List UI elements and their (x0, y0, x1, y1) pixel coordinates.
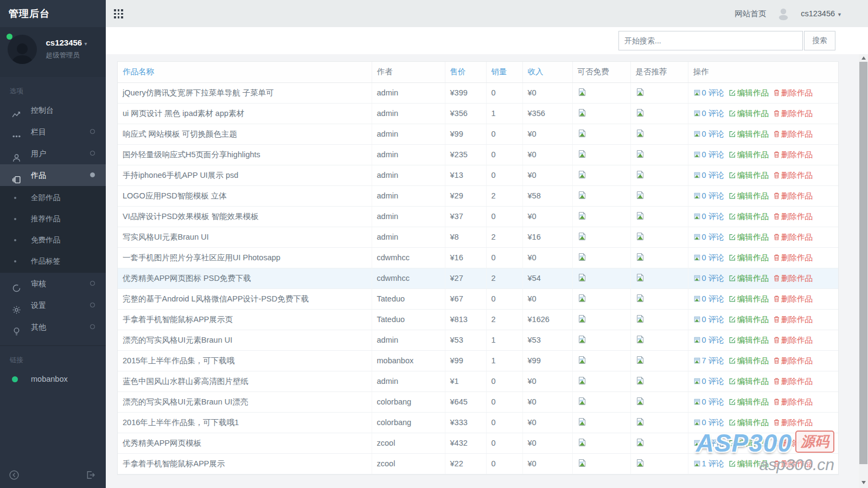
sidebar-link-mobanbox[interactable]: mobanbox (0, 368, 106, 390)
collapse-sidebar-icon[interactable] (9, 470, 20, 480)
search-button[interactable]: 搜索 (804, 31, 835, 50)
broken-image-icon[interactable] (636, 232, 644, 242)
broken-image-icon[interactable] (636, 335, 644, 345)
comments-link[interactable]: 1 评论 (693, 459, 726, 468)
delete-work-link[interactable]: 删除作品 (773, 459, 813, 468)
broken-image-icon[interactable] (636, 88, 644, 98)
edit-work-link[interactable]: 编辑作品 (729, 294, 771, 303)
broken-image-icon[interactable] (578, 376, 586, 387)
comments-link[interactable]: 0 评论 (693, 150, 726, 159)
edit-work-link[interactable]: 编辑作品 (729, 418, 771, 427)
table-row[interactable]: 手拿着手机智能鼠标APP展示 zcool ¥22 0 ¥0 (118, 453, 838, 474)
comments-link[interactable]: 0 评论 (693, 418, 726, 427)
comments-link[interactable]: 0 评论 (693, 253, 726, 262)
table-row[interactable]: 手拿着手机智能鼠标APP展示页 Tateduo ¥813 2 ¥1626 (118, 309, 838, 330)
sidebar-subitem-free-works[interactable]: 免费作品 (0, 229, 106, 251)
broken-image-icon[interactable] (636, 191, 644, 201)
broken-image-icon[interactable] (578, 418, 586, 428)
table-row[interactable]: 漂亮的写实风格UI元素Braun UI漂亮 colorbang ¥645 0 ¥… (118, 391, 838, 412)
comments-link[interactable]: 7 评论 (693, 356, 726, 365)
comments-link[interactable]: 0 评论 (693, 439, 726, 447)
edit-work-link[interactable]: 编辑作品 (729, 439, 771, 447)
broken-image-icon[interactable] (578, 335, 586, 345)
comments-link[interactable]: 0 评论 (693, 397, 726, 406)
comments-link[interactable]: 0 评论 (693, 336, 726, 344)
delete-work-link[interactable]: 删除作品 (773, 88, 813, 97)
table-row[interactable]: 国外轻量级响应式H5页面分享highlights admin ¥235 0 ¥0 (118, 144, 838, 165)
broken-image-icon[interactable] (578, 191, 586, 201)
broken-image-icon[interactable] (636, 376, 644, 387)
broken-image-icon[interactable] (578, 129, 586, 139)
scroll-up-arrow[interactable] (859, 54, 868, 62)
delete-work-link[interactable]: 删除作品 (773, 418, 813, 427)
delete-work-link[interactable]: 删除作品 (773, 356, 813, 365)
delete-work-link[interactable]: 删除作品 (773, 274, 813, 282)
broken-image-icon[interactable] (636, 273, 644, 284)
edit-work-link[interactable]: 编辑作品 (729, 191, 771, 200)
sidebar-item-review[interactable]: 审核 (0, 273, 106, 294)
broken-image-icon[interactable] (636, 211, 644, 222)
table-row[interactable]: 优秀精美APP网页图标 PSD免费下载 cdwmhcc ¥27 2 ¥54 (118, 268, 838, 288)
delete-work-link[interactable]: 删除作品 (773, 315, 813, 324)
broken-image-icon[interactable] (636, 397, 644, 407)
topbar-avatar[interactable] (776, 6, 791, 21)
table-row[interactable]: 手持iphone6手机APP UI展示 psd admin ¥13 0 ¥0 (118, 165, 838, 185)
broken-image-icon[interactable] (636, 418, 644, 428)
delete-work-link[interactable]: 删除作品 (773, 233, 813, 241)
broken-image-icon[interactable] (578, 273, 586, 284)
edit-work-link[interactable]: 编辑作品 (729, 274, 771, 282)
edit-work-link[interactable]: 编辑作品 (729, 109, 771, 118)
broken-image-icon[interactable] (636, 294, 644, 304)
scrollbar-thumb[interactable] (859, 62, 867, 464)
search-input[interactable] (618, 31, 803, 50)
comments-link[interactable]: 0 评论 (693, 233, 726, 241)
broken-image-icon[interactable] (578, 232, 586, 242)
table-row[interactable]: 2016年上半年作品集，可下载哦1 colorbang ¥333 0 ¥0 (118, 412, 838, 433)
broken-image-icon[interactable] (578, 459, 586, 469)
edit-work-link[interactable]: 编辑作品 (729, 377, 771, 386)
edit-work-link[interactable]: 编辑作品 (729, 171, 771, 179)
edit-work-link[interactable]: 编辑作品 (729, 253, 771, 262)
table-row[interactable]: jQuery仿腾讯支宽屏下拉菜单导航 子菜单可 admin ¥399 0 ¥0 (118, 82, 838, 103)
table-row[interactable]: LOGO应用PSD智能模板 立体 admin ¥29 2 ¥58 (118, 185, 838, 206)
delete-work-link[interactable]: 删除作品 (773, 397, 813, 406)
sidebar-item-works[interactable]: 作品 (0, 164, 106, 186)
table-row[interactable]: 蓝色中国风山水群山雾高清图片壁纸 admin ¥1 0 ¥0 (118, 371, 838, 391)
sidebar-item-other[interactable]: 其他 (0, 316, 106, 338)
broken-image-icon[interactable] (578, 211, 586, 222)
sidebar-subitem-all-works[interactable]: 全部作品 (0, 187, 106, 208)
delete-work-link[interactable]: 删除作品 (773, 439, 813, 447)
broken-image-icon[interactable] (636, 108, 644, 119)
sidebar-item-columns[interactable]: 栏目 (0, 121, 106, 143)
comments-link[interactable]: 0 评论 (693, 109, 726, 118)
delete-work-link[interactable]: 删除作品 (773, 150, 813, 159)
broken-image-icon[interactable] (578, 150, 586, 160)
delete-work-link[interactable]: 删除作品 (773, 294, 813, 303)
delete-work-link[interactable]: 删除作品 (773, 253, 813, 262)
table-row[interactable]: 写实风格UI元素Braun UI admin ¥8 2 ¥16 (118, 227, 838, 247)
delete-work-link[interactable]: 删除作品 (773, 171, 813, 179)
edit-work-link[interactable]: 编辑作品 (729, 150, 771, 159)
broken-image-icon[interactable] (578, 356, 586, 366)
sidebar-subitem-work-tags[interactable]: 作品标签 (0, 251, 106, 272)
sidebar-item-settings[interactable]: 设置 (0, 294, 106, 316)
edit-work-link[interactable]: 编辑作品 (729, 356, 771, 365)
delete-work-link[interactable]: 删除作品 (773, 109, 813, 118)
column-header[interactable]: 销量 (486, 62, 522, 82)
table-row[interactable]: VI品牌设计PSD效果模板 智能效果模板 admin ¥37 0 ¥0 (118, 206, 838, 227)
table-row[interactable]: ui 网页设计 黑色 ipad素材 app素材 admin ¥356 1 ¥35… (118, 103, 838, 124)
column-header[interactable]: 售价 (445, 62, 486, 82)
broken-image-icon[interactable] (636, 253, 644, 263)
delete-work-link[interactable]: 删除作品 (773, 130, 813, 138)
edit-work-link[interactable]: 编辑作品 (729, 130, 771, 138)
comments-link[interactable]: 0 评论 (693, 212, 726, 221)
broken-image-icon[interactable] (578, 397, 586, 407)
edit-work-link[interactable]: 编辑作品 (729, 88, 771, 97)
edit-work-link[interactable]: 编辑作品 (729, 459, 771, 468)
broken-image-icon[interactable] (578, 88, 586, 98)
edit-work-link[interactable]: 编辑作品 (729, 212, 771, 221)
apps-grid-icon[interactable] (114, 9, 123, 18)
broken-image-icon[interactable] (578, 170, 586, 181)
broken-image-icon[interactable] (636, 129, 644, 139)
table-row[interactable]: 一套手机图片照片分享社区应用UI Photosapp cdwmhcc ¥16 0… (118, 247, 838, 268)
